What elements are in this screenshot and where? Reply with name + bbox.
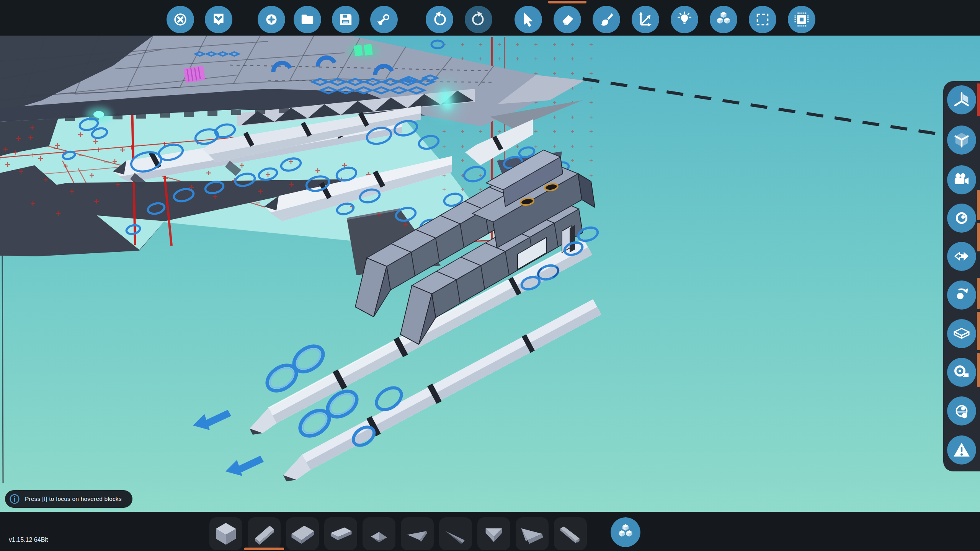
palette-pyramid-block[interactable] bbox=[363, 517, 395, 550]
viewport-3d[interactable] bbox=[0, 0, 980, 551]
shape-corner-icon bbox=[479, 519, 508, 548]
eraser-icon bbox=[557, 9, 578, 30]
shape-pyramid-icon bbox=[364, 519, 394, 548]
hint-pill: Press [f] to focus on hovered blocks bbox=[5, 490, 132, 508]
open-block-menu-button[interactable] bbox=[611, 517, 640, 547]
erase-button[interactable] bbox=[554, 6, 581, 33]
tape-measure-icon bbox=[951, 361, 973, 383]
close-icon bbox=[170, 9, 191, 30]
camera-button[interactable] bbox=[947, 165, 976, 194]
palette-slab-block[interactable] bbox=[324, 517, 357, 550]
edge-indicator-bar bbox=[977, 278, 980, 309]
feedback-icon bbox=[208, 9, 229, 30]
mirror-button[interactable] bbox=[947, 242, 976, 271]
warnings-button[interactable] bbox=[947, 435, 976, 465]
select-button[interactable] bbox=[514, 6, 542, 33]
measure-button[interactable] bbox=[947, 358, 976, 387]
palette-corner-block[interactable] bbox=[477, 517, 510, 550]
box-select-button[interactable] bbox=[749, 6, 776, 33]
axis-cube-icon bbox=[951, 129, 973, 151]
shape-wedge-icon bbox=[250, 519, 279, 548]
shape-spike-icon bbox=[441, 519, 470, 548]
selected-tool-indicator bbox=[548, 1, 586, 3]
edge-indicator-bar bbox=[977, 353, 980, 387]
side-tool-rail bbox=[943, 81, 980, 471]
palette-large-wedge-block[interactable] bbox=[516, 517, 549, 550]
hint-text: Press [f] to focus on hovered blocks bbox=[25, 496, 122, 502]
warning-icon bbox=[951, 439, 973, 461]
light-button[interactable] bbox=[671, 6, 698, 33]
blocks-icon bbox=[713, 9, 734, 30]
edge-indicator-bar bbox=[977, 223, 980, 251]
edge-indicator-bar bbox=[977, 83, 980, 116]
grid-cube-button[interactable] bbox=[947, 126, 976, 155]
selected-block-indicator bbox=[244, 548, 284, 550]
new-button[interactable] bbox=[258, 6, 285, 33]
axis-plane-icon bbox=[951, 89, 973, 111]
shape-large-wedge-icon bbox=[518, 519, 547, 548]
blocks-icon bbox=[615, 522, 636, 543]
marquee-icon bbox=[752, 9, 773, 30]
bulb-icon bbox=[674, 9, 695, 30]
new-icon bbox=[261, 9, 282, 30]
version-label: v1.15.12 64Bit bbox=[9, 536, 48, 543]
edge-indicator-bar bbox=[977, 190, 980, 220]
palette-beam-block[interactable] bbox=[554, 517, 587, 550]
shape-slab-icon bbox=[326, 519, 355, 548]
undo-button[interactable] bbox=[426, 6, 453, 33]
open-button[interactable] bbox=[294, 6, 321, 33]
cursor-icon bbox=[518, 9, 539, 30]
camera-icon bbox=[951, 169, 973, 191]
bounds-button[interactable] bbox=[947, 319, 976, 348]
edge-indicator-bar bbox=[977, 312, 980, 350]
palette-cube-block[interactable] bbox=[209, 517, 242, 550]
paint-button[interactable] bbox=[593, 6, 620, 33]
palette-wedge-block[interactable] bbox=[248, 517, 281, 550]
transform-button[interactable] bbox=[632, 6, 659, 33]
blocks-button[interactable] bbox=[710, 6, 737, 33]
close-button[interactable] bbox=[167, 6, 194, 33]
transform-icon bbox=[635, 9, 656, 30]
feedback-button[interactable] bbox=[205, 6, 232, 33]
palette-spike-block[interactable] bbox=[439, 517, 472, 550]
flat-box-icon bbox=[951, 323, 973, 345]
shape-slope-icon bbox=[288, 519, 317, 548]
grid-plane-button[interactable] bbox=[947, 85, 976, 114]
redo-button[interactable] bbox=[465, 6, 492, 33]
shape-cube-icon bbox=[211, 519, 240, 548]
top-toolbar bbox=[0, 0, 980, 36]
info-icon bbox=[9, 494, 20, 504]
target-icon bbox=[951, 207, 973, 229]
focus-button[interactable] bbox=[947, 204, 976, 233]
shape-flat-wedge-icon bbox=[403, 519, 432, 548]
rotate-icon bbox=[951, 284, 973, 306]
redo-icon bbox=[468, 9, 489, 30]
logic-button[interactable] bbox=[788, 6, 815, 33]
workshop-button[interactable] bbox=[370, 6, 398, 33]
undo-icon bbox=[429, 9, 450, 30]
palette-flat-wedge-block[interactable] bbox=[401, 517, 434, 550]
planet-icon bbox=[951, 400, 973, 422]
folder-icon bbox=[297, 9, 318, 30]
rotate-button[interactable] bbox=[947, 280, 976, 310]
swap-arrows-icon bbox=[951, 245, 973, 267]
save-button[interactable] bbox=[332, 6, 359, 33]
save-icon bbox=[335, 9, 356, 30]
chip-icon bbox=[791, 9, 812, 30]
environment-button[interactable] bbox=[947, 396, 976, 425]
paint-brush-icon bbox=[596, 9, 617, 30]
palette-slope-block[interactable] bbox=[286, 517, 319, 550]
steam-icon bbox=[374, 9, 394, 30]
shape-beam-icon bbox=[556, 519, 585, 548]
